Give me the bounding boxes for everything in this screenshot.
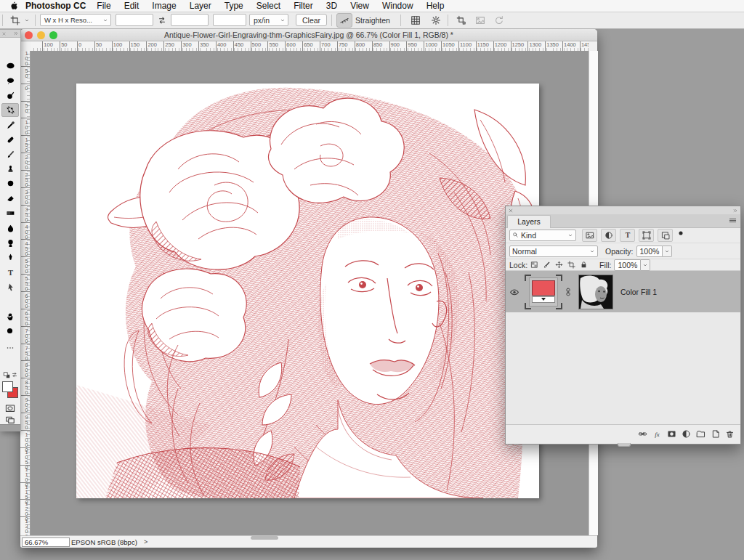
vertical-ruler[interactable]: 1005005010015020025030035040045050055060… (20, 51, 31, 535)
quick-mask-icon (5, 403, 15, 413)
layer-name[interactable]: Color Fill 1 (620, 288, 657, 296)
collapse-icon[interactable] (14, 31, 18, 36)
type-tool[interactable]: T (1, 266, 19, 280)
adjustment-button[interactable] (682, 429, 691, 439)
status-chevron[interactable]: > (144, 538, 147, 545)
fill-value[interactable]: 100% (614, 259, 641, 271)
delete-button[interactable] (725, 429, 735, 439)
fill-layer-thumbnail[interactable] (523, 273, 564, 311)
crop-resolution-input[interactable] (213, 14, 246, 26)
eraser-tool[interactable] (1, 192, 19, 206)
apple-icon[interactable] (9, 1, 18, 11)
menu-3d[interactable]: 3D (320, 0, 344, 12)
spot-healing-tool[interactable] (1, 133, 19, 147)
swap-arrows-icon[interactable] (155, 15, 169, 25)
default-colors-icon[interactable] (3, 371, 11, 379)
menu-filter[interactable]: Filter (287, 0, 320, 12)
opacity-value[interactable]: 100% (636, 245, 663, 257)
collapse-icon[interactable] (733, 208, 737, 213)
crop-height-input[interactable] (171, 14, 209, 26)
quick-selection-tool[interactable] (1, 89, 19, 102)
lock-all-icon[interactable] (580, 261, 588, 269)
blur-tool[interactable] (1, 222, 19, 235)
eyedropper-tool[interactable] (1, 118, 19, 132)
crop-tool[interactable] (1, 103, 19, 117)
zoom-level-field[interactable]: 66.67% (22, 537, 70, 547)
dodge-tool[interactable] (1, 236, 19, 250)
image-icon[interactable] (582, 229, 597, 242)
swap-colors-icon[interactable] (11, 371, 18, 378)
filter-kind-dropdown[interactable]: Kind (509, 230, 576, 241)
path-selection-tool[interactable] (1, 280, 19, 294)
settings-gear-icon[interactable] (429, 14, 443, 27)
gradient-tool[interactable] (1, 206, 19, 220)
menu-select[interactable]: Select (250, 0, 287, 12)
new-layer-button[interactable] (711, 429, 720, 439)
visibility-eye-icon[interactable] (509, 287, 519, 297)
zoom-tool[interactable] (1, 325, 19, 338)
crop-preset-dropdown[interactable]: W x H x Reso... (40, 14, 111, 26)
mask-button[interactable] (667, 429, 676, 439)
rotate-crop-icon[interactable] (454, 14, 469, 27)
panel-resize-grip[interactable] (618, 443, 631, 447)
horizontal-ruler[interactable]: 1005005010015020025030035040045050055060… (31, 41, 589, 52)
group-button[interactable] (696, 429, 705, 439)
ruler-corner[interactable] (20, 41, 31, 52)
edit-toolbar-ellipsis[interactable] (1, 341, 19, 354)
menu-help[interactable]: Help (420, 0, 451, 12)
blend-mode-dropdown[interactable]: Normal (509, 245, 598, 257)
tab-layers[interactable]: Layers (507, 215, 551, 228)
app-name[interactable]: Photoshop CC (25, 1, 86, 11)
shape-frame-icon[interactable] (639, 229, 654, 242)
menu-layer[interactable]: Layer (183, 0, 218, 12)
lock-transparency-icon[interactable] (530, 261, 538, 269)
straighten-label[interactable]: Straighten (355, 16, 390, 25)
fill-dropdown[interactable] (641, 259, 650, 271)
smart-object-icon[interactable] (658, 229, 673, 242)
marquee-tool[interactable] (1, 59, 19, 73)
filter-toggle-icon[interactable] (676, 224, 685, 242)
lock-pixels-icon[interactable] (543, 261, 551, 269)
panel-menu-icon[interactable] (729, 216, 737, 224)
lock-position-icon[interactable] (555, 261, 563, 269)
lasso-tool[interactable] (1, 74, 19, 88)
opacity-dropdown[interactable] (663, 245, 672, 257)
menu-file[interactable]: File (90, 0, 117, 12)
window-titlebar[interactable]: Antique-Flower-Girl-Engraving-thm-Graphi… (20, 29, 597, 41)
layer-row-color-fill-1[interactable]: Color Fill 1 (506, 271, 740, 313)
menu-window[interactable]: Window (376, 0, 420, 12)
crop-width-input[interactable] (116, 14, 153, 26)
lock-artboard-icon[interactable] (567, 261, 575, 269)
menu-image[interactable]: Image (145, 0, 182, 12)
close-icon[interactable] (509, 208, 513, 213)
straighten-icon[interactable] (336, 13, 352, 28)
overlay-grid-icon[interactable] (408, 14, 423, 27)
document-profile-status[interactable]: EPSON sRGB (8bpc) (71, 538, 137, 546)
hand-tool[interactable] (1, 309, 19, 323)
document-image[interactable] (76, 84, 539, 498)
clear-button[interactable]: Clear (296, 14, 327, 26)
menu-view[interactable]: View (344, 0, 376, 12)
mask-link-icon[interactable] (564, 288, 573, 296)
clone-stamp-tool[interactable] (1, 162, 19, 176)
crop-tool-preset-icon[interactable] (7, 14, 23, 27)
ruler-tick-label: 700 (20, 326, 30, 343)
chevron-down-icon[interactable] (23, 17, 31, 23)
horizontal-scrollbar-thumb[interactable] (251, 536, 278, 540)
type-icon[interactable]: T (620, 229, 635, 242)
layer-mask-thumbnail[interactable] (578, 275, 613, 309)
pen-tool[interactable] (1, 251, 19, 264)
foreground-color-swatch[interactable] (2, 381, 13, 392)
brush-tool[interactable] (1, 147, 19, 161)
history-brush-tool[interactable] (1, 177, 19, 191)
menu-type[interactable]: Type (218, 0, 250, 12)
move-tool[interactable] (1, 44, 19, 58)
close-icon[interactable] (2, 32, 6, 36)
resolution-unit-dropdown[interactable]: px/in (249, 14, 288, 26)
menu-edit[interactable]: Edit (118, 0, 146, 12)
layers-list-empty-area[interactable] (506, 312, 740, 424)
link-button[interactable] (638, 429, 647, 439)
fx-button[interactable]: fx (652, 429, 662, 439)
line-tool[interactable] (1, 295, 19, 309)
adjustment-icon[interactable] (601, 229, 616, 242)
